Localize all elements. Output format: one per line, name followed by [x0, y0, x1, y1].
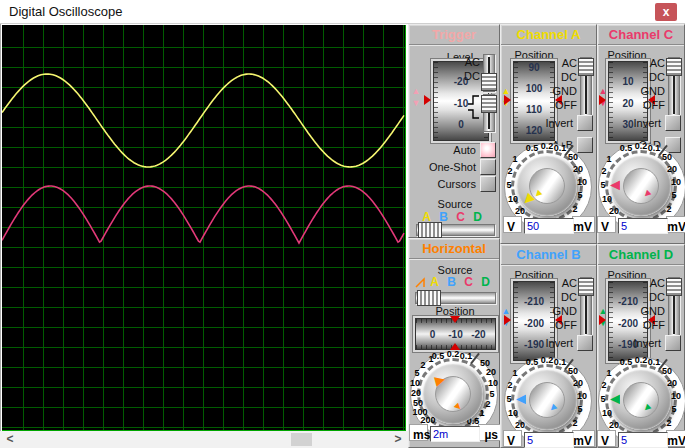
coupling-slider[interactable]: [580, 277, 592, 337]
window-title: Digital Oscilloscope: [9, 4, 122, 19]
knob-grip[interactable]: [423, 364, 483, 424]
one-shot-row: One-Shot: [429, 159, 496, 175]
slider-handle[interactable]: [578, 278, 594, 296]
source-d-label: D: [469, 210, 486, 224]
source-d-label: D: [477, 275, 494, 289]
channel-b-title: Channel B: [501, 245, 596, 265]
close-button[interactable]: x: [655, 3, 677, 21]
channel-d-gain-value[interactable]: [618, 432, 668, 448]
source-c-label: C: [452, 210, 469, 224]
channel-b-gain-knob[interactable]: 0.5 0.2 0.1 1 2 5 10 20 50 20 10 5 2 ▶ ▶…: [503, 357, 595, 448]
source-c-label: C: [460, 275, 477, 289]
gnd-label: GND: [641, 305, 665, 317]
slider-handle[interactable]: [578, 58, 594, 76]
trigger-coupling-slider[interactable]: [483, 54, 495, 92]
invert-row: Invert: [633, 335, 681, 351]
rising-edge-icon: [467, 95, 480, 105]
knob-grip[interactable]: [517, 370, 577, 430]
dc-label: DC: [561, 71, 577, 83]
channel-d-panel: Channel D Position ▲▼ -210 -200 -190 AC …: [597, 244, 685, 448]
invert-button[interactable]: [577, 335, 593, 351]
ac-label: AC: [465, 56, 480, 68]
source-a-label: A: [426, 275, 443, 289]
drum-pointer-left-icon: [599, 315, 611, 325]
invert-row: Invert: [545, 115, 593, 131]
invert-label: Invert: [633, 117, 661, 129]
horizontal-source-letters: A B C D: [426, 275, 494, 289]
horizontal-source-slider[interactable]: [415, 292, 496, 304]
one-shot-label: One-Shot: [429, 161, 476, 173]
invert-button[interactable]: [665, 115, 681, 131]
trigger-source-slider[interactable]: [416, 224, 495, 236]
ac-label: AC: [562, 277, 577, 289]
channel-c-gain-knob[interactable]: 0.5 0.2 0.1 1 2 5 10 20 50 20 10 5 2 ▶ ▶…: [597, 143, 685, 235]
v-unit-label: V: [507, 220, 515, 234]
off-label: OFF: [555, 99, 577, 111]
timebase-value[interactable]: [430, 426, 480, 442]
invert-label: Invert: [545, 117, 573, 129]
slider-handle[interactable]: [418, 222, 442, 238]
timebase-knob[interactable]: 0.5 0.2 0.1 1 2 5 10 20 50 100 200 50 20…: [409, 351, 501, 443]
gnd-label: GND: [641, 85, 665, 97]
ms-unit-label: ms: [413, 428, 430, 442]
coupling-control: AC DC GND OFF: [553, 57, 592, 117]
invert-row: Invert: [545, 335, 593, 351]
drum-pointer-left-icon: [424, 95, 436, 105]
off-label: OFF: [643, 99, 665, 111]
drum-pointer-left-icon: [504, 95, 516, 105]
coupling-slider[interactable]: [668, 57, 680, 117]
title-bar[interactable]: Digital Oscilloscope x: [0, 0, 685, 24]
channel-a-title: Channel A: [501, 25, 596, 45]
scroll-right-icon[interactable]: >: [390, 432, 406, 447]
auto-label: Auto: [453, 144, 476, 156]
slider-handle[interactable]: [481, 73, 497, 91]
scroll-left-icon[interactable]: <: [2, 432, 18, 447]
horizontal-position-drum[interactable]: 0 -10 -20: [415, 318, 494, 348]
drum-pointer-left-icon: [599, 95, 611, 105]
channel-b-panel: Channel B Position ▲▼ -210 -200 -190 AC …: [500, 244, 597, 448]
knob-grip[interactable]: [517, 156, 577, 216]
channel-c-panel: Channel C Position ▲▼ 10 20 30 AC DC GND…: [597, 24, 685, 244]
v-unit-label: V: [507, 434, 515, 448]
channel-d-gain-knob[interactable]: 0.5 0.2 0.1 1 2 5 10 20 50 20 10 5 2 ▶ ▶…: [597, 357, 685, 448]
horizontal-title: Horizontal: [409, 239, 499, 259]
position-label: Position: [511, 49, 557, 61]
slider-handle[interactable]: [666, 278, 682, 296]
invert-button[interactable]: [665, 335, 681, 351]
drum-pointer-top-icon: [450, 316, 460, 328]
trigger-edge-slider[interactable]: [483, 94, 495, 132]
ac-label: AC: [650, 57, 665, 69]
scope-screen: [2, 25, 406, 432]
trigger-edge-select: [467, 94, 495, 132]
coupling-slider[interactable]: [580, 57, 592, 117]
channel-b-gain-value[interactable]: [524, 432, 574, 448]
one-shot-button[interactable]: [480, 159, 496, 175]
off-label: OFF: [555, 319, 577, 331]
slider-handle[interactable]: [481, 95, 497, 113]
channel-c-title: Channel C: [598, 25, 684, 45]
oscilloscope-window: Digital Oscilloscope x < > Trigger Level…: [0, 0, 685, 448]
source-label: Source: [409, 198, 501, 210]
auto-button[interactable]: [480, 142, 496, 158]
mv-unit-label: mV: [667, 220, 685, 234]
slider-handle[interactable]: [666, 58, 682, 76]
channel-a-gain-knob[interactable]: 0.5 0.2 0.1 1 2 5 10 20 50 20 10 5 2 ▶ ▶…: [503, 143, 595, 235]
cursors-button[interactable]: [480, 176, 496, 192]
channel-c-gain-value[interactable]: [618, 218, 668, 234]
knob-grip[interactable]: [611, 156, 671, 216]
scrollbar-thumb[interactable]: [291, 433, 312, 446]
invert-button[interactable]: [577, 115, 593, 131]
dc-label: DC: [649, 291, 665, 303]
horizontal-scrollbar[interactable]: < >: [0, 431, 408, 448]
trigger-level-updown-icon[interactable]: ▲▼: [411, 87, 421, 107]
channel-a-panel: Channel A Position ▲▼ 90 100 110 120 AC …: [500, 24, 597, 244]
slider-handle[interactable]: [417, 290, 441, 306]
gnd-label: GND: [553, 305, 577, 317]
dc-label: DC: [561, 291, 577, 303]
channel-a-gain-value[interactable]: [524, 218, 574, 234]
invert-label: Invert: [633, 337, 661, 349]
coupling-slider[interactable]: [668, 277, 680, 337]
cursors-label: Cursors: [437, 178, 476, 190]
invert-row: Invert: [633, 115, 681, 131]
knob-grip[interactable]: [611, 370, 671, 430]
